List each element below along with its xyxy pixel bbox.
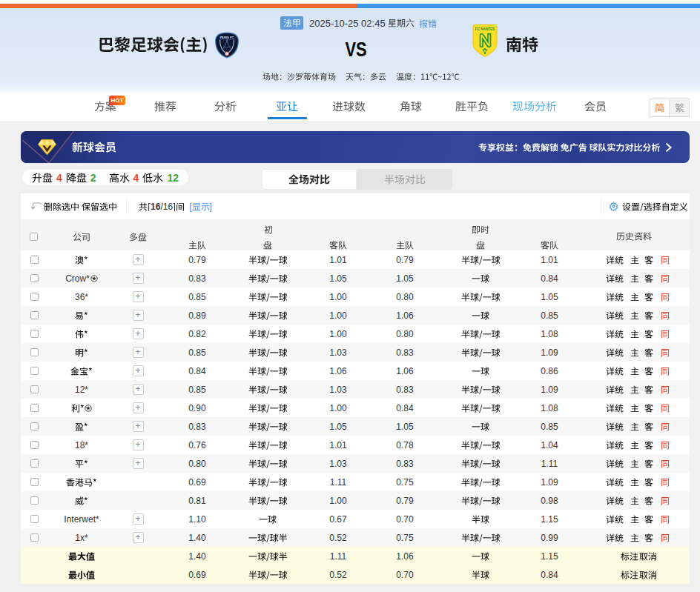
svg-text:PARIS FC: PARIS FC — [219, 36, 234, 39]
svg-text:FC NANTES: FC NANTES — [475, 27, 495, 31]
